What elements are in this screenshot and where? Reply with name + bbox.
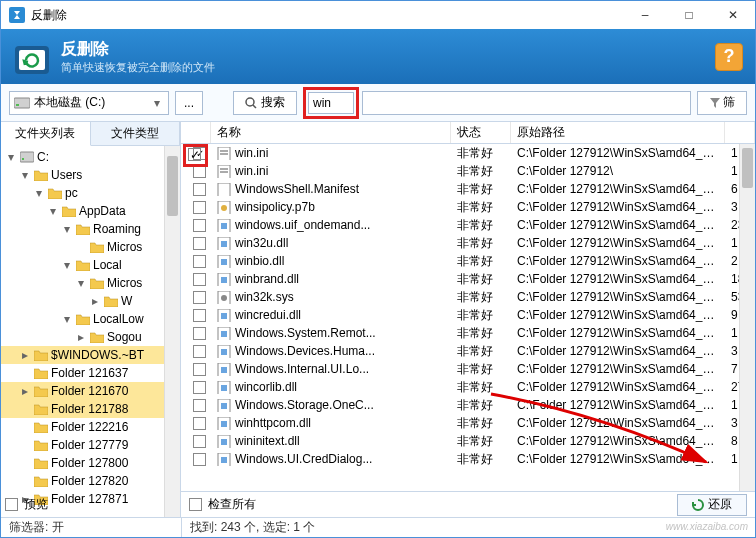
expand-icon[interactable]: ▾ — [61, 222, 73, 236]
expand-icon[interactable]: ▾ — [5, 150, 17, 164]
browse-button[interactable]: ... — [175, 91, 203, 115]
tree-row[interactable]: ▾C: — [1, 148, 180, 166]
tree-row[interactable]: ▾Micros — [1, 274, 180, 292]
folder-icon — [76, 223, 90, 235]
file-status: 非常好 — [451, 433, 511, 450]
drive-select[interactable]: 本地磁盘 (C:) ▾ — [9, 91, 169, 115]
expand-icon[interactable]: ▾ — [33, 186, 45, 200]
tree-row[interactable]: ▾AppData — [1, 202, 180, 220]
file-row[interactable]: windows.uif_ondemand...非常好C:\Folder 1279… — [181, 216, 755, 234]
window-title: 反删除 — [31, 7, 623, 24]
file-status: 非常好 — [451, 343, 511, 360]
minimize-button[interactable]: – — [623, 1, 667, 29]
expand-icon[interactable]: ▾ — [47, 204, 59, 218]
file-row[interactable]: Windows.Internal.UI.Lo...非常好C:\Folder 12… — [181, 360, 755, 378]
row-checkbox[interactable] — [193, 237, 206, 250]
search-input-ext[interactable] — [362, 91, 691, 115]
file-row[interactable]: win32k.sys非常好C:\Folder 127912\WinSxS\amd… — [181, 288, 755, 306]
folder-tree[interactable]: ▾C:▾Users▾pc▾AppData▾RoamingMicros▾Local… — [1, 146, 180, 517]
maximize-button[interactable]: □ — [667, 1, 711, 29]
tree-row[interactable]: ▸$WINDOWS.~BT — [1, 346, 180, 364]
row-checkbox[interactable] — [193, 327, 206, 340]
tree-scrollbar[interactable] — [164, 146, 180, 517]
tree-row[interactable]: ▾Local — [1, 256, 180, 274]
row-checkbox[interactable] — [193, 309, 206, 322]
file-row[interactable]: wincredui.dll非常好C:\Folder 127912\WinSxS\… — [181, 306, 755, 324]
file-name: windows.uif_ondemand... — [235, 218, 370, 232]
row-checkbox[interactable] — [193, 435, 206, 448]
expand-icon[interactable]: ▾ — [19, 168, 31, 182]
expand-icon[interactable]: ▾ — [75, 276, 87, 290]
file-row[interactable]: wincorlib.dll非常好C:\Folder 127912\WinSxS\… — [181, 378, 755, 396]
file-row[interactable]: winbio.dll非常好C:\Folder 127912\WinSxS\amd… — [181, 252, 755, 270]
expand-icon[interactable]: ▾ — [61, 312, 73, 326]
tree-row[interactable]: ▾Roaming — [1, 220, 180, 238]
file-row[interactable]: ✓win.ini非常好C:\Folder 127912\WinSxS\amd64… — [181, 144, 755, 162]
file-row[interactable]: winsipolicy.p7b非常好C:\Folder 127912\WinSx… — [181, 198, 755, 216]
row-checkbox[interactable] — [193, 363, 206, 376]
row-checkbox[interactable] — [193, 201, 206, 214]
file-row[interactable]: Windows.System.Remot...非常好C:\Folder 1279… — [181, 324, 755, 342]
help-button[interactable]: ? — [715, 43, 743, 71]
search-icon — [245, 96, 257, 110]
col-name[interactable]: 名称 — [211, 122, 451, 143]
row-checkbox[interactable] — [193, 381, 206, 394]
tree-row[interactable]: Micros — [1, 238, 180, 256]
row-checkbox[interactable] — [193, 273, 206, 286]
tree-row[interactable]: Folder 127820 — [1, 472, 180, 490]
row-checkbox[interactable] — [193, 453, 206, 466]
file-row[interactable]: Windows.Devices.Huma...非常好C:\Folder 1279… — [181, 342, 755, 360]
file-row[interactable]: WindowsShell.Manifest非常好C:\Folder 127912… — [181, 180, 755, 198]
folder-icon — [90, 241, 104, 253]
expand-icon[interactable]: ▸ — [19, 384, 31, 398]
row-checkbox[interactable] — [193, 255, 206, 268]
tree-row[interactable]: ▸Sogou — [1, 328, 180, 346]
col-check[interactable] — [181, 122, 211, 143]
preview-checkbox[interactable] — [5, 498, 18, 511]
file-row[interactable]: Windows.UI.CredDialog...非常好C:\Folder 127… — [181, 450, 755, 468]
list-scrollbar[interactable] — [739, 144, 755, 491]
check-all-checkbox[interactable] — [189, 498, 202, 511]
file-row[interactable]: winhttpcom.dll非常好C:\Folder 127912\WinSxS… — [181, 414, 755, 432]
expand-icon[interactable]: ▸ — [19, 348, 31, 362]
col-status[interactable]: 状态 — [451, 122, 511, 143]
tree-row[interactable]: Folder 127800 — [1, 454, 180, 472]
file-list[interactable]: ✓ ✓win.ini非常好C:\Folder 127912\WinSxS\amd… — [181, 144, 755, 491]
tab-file-type[interactable]: 文件类型 — [91, 122, 181, 145]
file-status: 非常好 — [451, 397, 511, 414]
search-button[interactable]: 搜索 — [233, 91, 297, 115]
col-path[interactable]: 原始路径 — [511, 122, 725, 143]
file-row[interactable]: win.ini非常好C:\Folder 127912\1 — [181, 162, 755, 180]
tree-row[interactable]: Folder 121788 — [1, 400, 180, 418]
tab-folder-list[interactable]: 文件夹列表 — [1, 122, 91, 146]
tree-row[interactable]: Folder 122216 — [1, 418, 180, 436]
close-button[interactable]: ✕ — [711, 1, 755, 29]
file-name: Windows.UI.CredDialog... — [235, 452, 372, 466]
tree-row[interactable]: ▾pc — [1, 184, 180, 202]
restore-button[interactable]: 还原 — [677, 494, 747, 516]
search-input[interactable] — [308, 92, 354, 114]
row-checkbox[interactable] — [193, 183, 206, 196]
file-row[interactable]: winbrand.dll非常好C:\Folder 127912\WinSxS\a… — [181, 270, 755, 288]
tree-row[interactable]: ▸Folder 121670 — [1, 382, 180, 400]
file-row[interactable]: win32u.dll非常好C:\Folder 127912\WinSxS\amd… — [181, 234, 755, 252]
file-row[interactable]: Windows.Storage.OneC...非常好C:\Folder 1279… — [181, 396, 755, 414]
tree-row[interactable]: Folder 127779 — [1, 436, 180, 454]
tree-row[interactable]: ▾LocalLow — [1, 310, 180, 328]
row-checkbox[interactable] — [193, 219, 206, 232]
check-all-label: 检查所有 — [208, 496, 256, 513]
row-checkbox[interactable] — [193, 399, 206, 412]
filter-button[interactable]: 筛 — [697, 91, 747, 115]
expand-icon[interactable]: ▸ — [89, 294, 101, 308]
tree-row[interactable]: Folder 121637 — [1, 364, 180, 382]
expand-icon[interactable]: ▸ — [75, 330, 87, 344]
expand-icon[interactable]: ▾ — [61, 258, 73, 272]
row-checkbox[interactable] — [193, 417, 206, 430]
tree-row[interactable]: ▾Users — [1, 166, 180, 184]
row-checkbox[interactable] — [193, 345, 206, 358]
file-row[interactable]: wininitext.dll非常好C:\Folder 127912\WinSxS… — [181, 432, 755, 450]
row-checkbox[interactable] — [193, 291, 206, 304]
tree-row[interactable]: ▸W — [1, 292, 180, 310]
col-extra[interactable] — [725, 122, 755, 143]
svg-rect-43 — [221, 439, 227, 445]
